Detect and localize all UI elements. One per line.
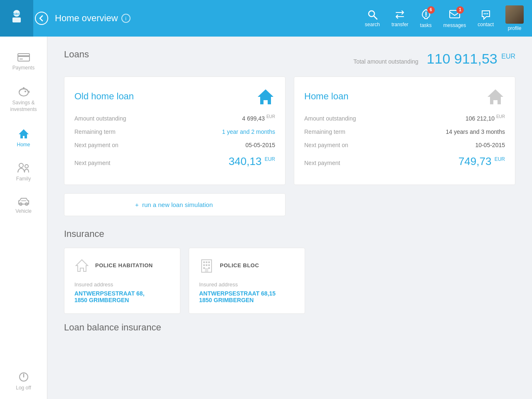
nav-contact[interactable]: contact (478, 9, 494, 27)
loan-card-old-home[interactable]: Old home loan Amount outstanding 4 699,4… (64, 76, 286, 185)
home-icon-active (256, 87, 275, 106)
nav-search-label: search (365, 22, 380, 27)
loan-card-home[interactable]: Home loan Amount outstanding 106 212,10 … (294, 76, 515, 185)
plus-icon: + (135, 201, 139, 208)
total-amount-value: 110 911,53 EUR (427, 51, 515, 67)
nav-tasks[interactable]: 6 tasks (420, 9, 432, 28)
payment-amount-value-1: 340,13 EUR (229, 155, 275, 168)
svg-rect-26 (203, 261, 205, 263)
amount-value-1: 4 699,43 EUR (242, 114, 275, 122)
insurance-grid: POLICE HABITATION Insured address ANTWER… (64, 248, 515, 314)
info-icon[interactable]: i (121, 14, 131, 23)
nav-transfer-label: transfer (392, 22, 409, 27)
sidebar-item-vehicle[interactable]: Vehicle (0, 189, 47, 222)
svg-rect-32 (203, 267, 205, 269)
sidebar-item-family[interactable]: Family (0, 155, 47, 189)
house-insurance-icon (74, 258, 89, 273)
nav-search[interactable]: search (365, 9, 380, 27)
svg-rect-27 (206, 261, 207, 263)
insurance-title: Insurance (64, 229, 515, 239)
simulation-label: run a new loan simulation (142, 201, 213, 208)
nav-messages[interactable]: 1 messages (443, 9, 466, 28)
term-value-2: 14 years and 3 months (446, 128, 505, 135)
insurance-card-habitation[interactable]: POLICE HABITATION Insured address ANTWER… (64, 248, 180, 314)
logoff-label: Log off (16, 385, 31, 391)
tasks-badge: 6 (427, 6, 435, 14)
svg-point-16 (25, 91, 26, 92)
nav-transfer[interactable]: transfer (392, 9, 409, 27)
svg-rect-17 (23, 87, 25, 89)
insurance-title-2: POLICE BLOC (220, 262, 259, 268)
insurance-section: Insurance POLICE HABITATION Insured addr… (64, 229, 515, 314)
svg-text:KBC: KBC (13, 12, 20, 16)
insured-address-2: ANTWERPSESTRAAT 68,15 1850 GRIMBERGEN (199, 290, 295, 303)
svg-rect-28 (208, 261, 210, 263)
loan-title-1: Old home loan (74, 91, 134, 102)
nav-messages-label: messages (443, 22, 466, 28)
svg-rect-12 (18, 54, 30, 61)
svg-rect-13 (18, 55, 30, 57)
loan-balance-title: Loan balance insurance (64, 322, 515, 333)
svg-point-18 (19, 163, 23, 167)
loans-header: Loans Total amount outstanding 110 911,5… (64, 49, 515, 68)
payment-amount-value-2: 749,73 EUR (458, 155, 505, 168)
payment-date-value-2: 10-05-2015 (475, 142, 505, 148)
svg-rect-31 (208, 264, 210, 266)
svg-rect-14 (20, 59, 23, 59)
payment-date-label-2: Next payment on (304, 142, 348, 148)
total-amount-label: Total amount outstanding (353, 58, 418, 65)
loans-title: Loans (64, 49, 89, 60)
svg-rect-34 (205, 268, 208, 272)
messages-badge: 1 (456, 6, 464, 14)
sidebar-family-label: Family (16, 176, 31, 182)
svg-rect-29 (203, 264, 205, 266)
insurance-card-bloc[interactable]: POLICE BLOC Insured address ANTWERPSESTR… (189, 248, 305, 314)
svg-rect-30 (206, 264, 207, 266)
svg-point-7 (425, 15, 426, 17)
term-label-1: Remaining term (74, 128, 116, 135)
nav-tasks-label: tasks (420, 22, 432, 28)
payment-date-label-1: Next payment on (74, 142, 118, 148)
insured-address-1: ANTWERPSESTRAAT 68, 1850 GRIMBERGEN (74, 290, 170, 303)
kbc-logo: KBC (0, 0, 33, 37)
sidebar-item-savings[interactable]: Savings &investments (0, 78, 47, 120)
header: KBC Home overview i search (0, 0, 532, 37)
kbc-logo-icon: KBC (9, 9, 24, 27)
sidebar-item-payments[interactable]: Payments (0, 45, 47, 78)
payment-amount-label-1: Next payment (74, 160, 110, 166)
payment-date-value-1: 05-05-2015 (245, 142, 275, 148)
amount-value-2: 106 212,10 EUR (466, 114, 505, 122)
term-value-1: 1 year and 2 months (222, 128, 275, 135)
svg-point-11 (487, 13, 488, 15)
header-title: Home overview i (55, 13, 131, 24)
svg-point-9 (483, 13, 485, 15)
svg-rect-1 (12, 17, 21, 22)
insured-address-label-2: Insured address (199, 281, 295, 288)
sidebar: Payments Savings &investments Home (0, 37, 47, 399)
svg-point-4 (369, 11, 374, 17)
term-label-2: Remaining term (304, 128, 345, 135)
back-button[interactable] (35, 12, 48, 25)
main-container: Payments Savings &investments Home (0, 37, 532, 399)
header-nav: search transfer 6 tasks (365, 5, 524, 31)
simulation-button[interactable]: + run a new loan simulation (64, 193, 286, 216)
amount-label-2: Amount outstanding (304, 115, 356, 122)
payment-amount-label-2: Next payment (304, 160, 340, 166)
sidebar-vehicle-label: Vehicle (15, 208, 32, 214)
building-insurance-icon (199, 258, 214, 273)
logoff-button[interactable]: Log off (0, 363, 47, 399)
sidebar-payments-label: Payments (12, 65, 34, 71)
svg-point-10 (485, 13, 486, 15)
sidebar-item-home[interactable]: Home (0, 120, 47, 155)
insurance-title-1: POLICE HABITATION (95, 262, 153, 268)
nav-profile[interactable]: profile (505, 5, 524, 31)
insured-address-label-1: Insured address (74, 281, 170, 288)
svg-point-19 (25, 165, 28, 168)
nav-contact-label: contact (478, 22, 494, 27)
nav-profile-label: profile (508, 25, 522, 31)
amount-label-1: Amount outstanding (74, 115, 126, 122)
sidebar-home-label: Home (17, 142, 30, 148)
loan-title-2: Home loan (304, 91, 348, 102)
home-icon-inactive (486, 87, 505, 106)
avatar (505, 5, 524, 24)
